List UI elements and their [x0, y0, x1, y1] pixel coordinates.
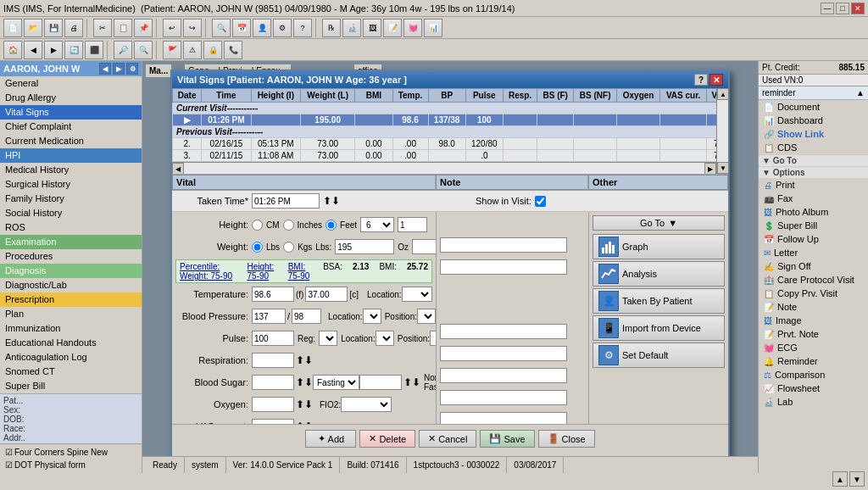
percentile-height[interactable]: Height: 75-90: [248, 262, 278, 281]
right-menu-photo-album[interactable]: 🖼 Photo Album: [759, 205, 868, 219]
table-scrollbar[interactable]: ▲ ▼: [716, 88, 728, 174]
right-menu-follow-up[interactable]: 📅 Follow Up: [759, 232, 868, 246]
save-button[interactable]: 💾 Save: [480, 430, 534, 448]
sidebar-item-drug-allergy[interactable]: Drug Allergy: [0, 91, 142, 105]
print-button[interactable]: 🖨: [64, 19, 83, 37]
temperature-input[interactable]: [252, 287, 294, 302]
pulse-reg-select[interactable]: [319, 331, 337, 346]
zoom-in-button[interactable]: 🔎: [114, 41, 132, 59]
weight-unit-kgs[interactable]: [283, 242, 294, 253]
note-bs-input[interactable]: [440, 412, 567, 424]
respiration-input[interactable]: [252, 353, 294, 368]
show-in-visit-checkbox[interactable]: [535, 196, 546, 207]
alert-button[interactable]: ⚠: [183, 41, 202, 59]
goto-main-button[interactable]: Go To ▼: [593, 215, 725, 231]
taken-time-input[interactable]: [252, 193, 320, 209]
nav-up-button[interactable]: ▲: [832, 471, 848, 473]
lock-button[interactable]: 🔒: [203, 41, 222, 59]
paste-button[interactable]: 📌: [134, 19, 153, 37]
ecg-button[interactable]: 💓: [403, 19, 422, 37]
blood-sugar-spinner-2[interactable]: ⬆⬇: [403, 376, 420, 388]
sidebar-item-general[interactable]: General: [0, 76, 142, 91]
height-feet-select[interactable]: 654: [360, 217, 394, 232]
current-visit-row[interactable]: ▶ 01:26 PM 195.00 98.6 137/38 100: [173, 114, 728, 126]
right-menu-reminder[interactable]: 🔔 Reminder: [759, 354, 868, 368]
right-menu-print[interactable]: 🖨 Print: [759, 178, 868, 192]
home-button[interactable]: 🏠: [3, 41, 22, 59]
right-menu-document[interactable]: 📄 Document: [759, 100, 868, 114]
graph-button[interactable]: Graph: [593, 234, 725, 259]
temp-location-select[interactable]: [402, 287, 432, 302]
blood-sugar-spinner[interactable]: ⬆⬇: [296, 376, 313, 388]
phone-button[interactable]: 📞: [224, 41, 242, 59]
rx-button[interactable]: ℞: [322, 19, 341, 37]
bp-location-select[interactable]: [363, 309, 381, 324]
close-modal-button[interactable]: 🚪 Close: [538, 430, 595, 448]
right-menu-lab[interactable]: 🔬 Lab: [759, 395, 868, 409]
refresh-button[interactable]: 🔄: [64, 41, 83, 59]
stop-button[interactable]: ⬛: [85, 41, 103, 59]
undo-button[interactable]: ↩: [163, 19, 181, 37]
blood-sugar-input[interactable]: [252, 375, 294, 390]
table-hscroll-right[interactable]: ▶: [704, 163, 716, 175]
back-button[interactable]: ◀: [24, 41, 42, 59]
maximize-button[interactable]: □: [836, 3, 849, 14]
add-button[interactable]: ✦ Add: [305, 430, 356, 448]
height-unit-inches[interactable]: [283, 220, 294, 231]
note-weight-input[interactable]: [440, 259, 567, 275]
sidebar-item-anticoagulation-log[interactable]: Anticoagulation Log: [0, 350, 142, 365]
note-resp-input[interactable]: [440, 390, 567, 405]
modal-close-button[interactable]: ✕: [709, 74, 723, 86]
right-menu-dashboard[interactable]: 📊 Dashboard: [759, 114, 868, 127]
bp-position-select[interactable]: [417, 309, 436, 324]
sidebar-item-educational-handouts[interactable]: Educational Handouts: [0, 336, 142, 350]
table-scroll-down[interactable]: ▼: [717, 162, 728, 174]
sidebar-item-examination[interactable]: Examination: [0, 235, 142, 249]
four-corners-checkbox[interactable]: ☑: [5, 448, 13, 457]
fio2-select[interactable]: [341, 397, 392, 412]
sidebar-item-snomed-ct[interactable]: Snomed CT: [0, 365, 142, 379]
reminder-expand-icon[interactable]: ▲: [856, 88, 865, 97]
patient-icon-2[interactable]: ▶: [113, 63, 125, 75]
right-menu-ecg[interactable]: 💓 ECG: [759, 341, 868, 354]
zoom-out-button[interactable]: 🔍: [134, 41, 153, 59]
sidebar-item-super-bill[interactable]: Super Bill: [0, 379, 142, 393]
right-menu-cds[interactable]: 📋 CDS: [759, 141, 868, 154]
search-button[interactable]: 🔍: [212, 19, 231, 37]
sidebar-item-vital-signs[interactable]: Vital Signs: [0, 105, 142, 120]
right-menu-comparison[interactable]: ⚖ Comparison: [759, 368, 868, 381]
right-menu-letter[interactable]: ✉ Letter: [759, 246, 868, 259]
prev-visit-row-2[interactable]: 3. 02/11/15 11:08 AM 73.00 0.00 .00 .0: [173, 150, 728, 162]
percentile-weight[interactable]: Percentile: Weight: 75-90: [180, 262, 237, 281]
sidebar-item-ros[interactable]: ROS: [0, 220, 142, 235]
note-pulse-input[interactable]: [440, 368, 567, 383]
prev-visit-row-1[interactable]: 2. 02/16/15 05:13 PM 73.00 0.00 .00 98.0…: [173, 138, 728, 150]
analysis-button[interactable]: Analysis: [593, 261, 725, 287]
pulse-position-select[interactable]: [430, 331, 436, 346]
respiration-spinner[interactable]: ⬆⬇: [296, 354, 313, 366]
patient-icon-3[interactable]: ⚙: [126, 63, 138, 75]
temperature-c-input[interactable]: [305, 287, 348, 302]
sidebar-item-current-medication[interactable]: Current Medication: [0, 134, 142, 148]
new-button[interactable]: 📄: [3, 19, 22, 37]
delete-button[interactable]: ✕ Delete: [359, 430, 415, 448]
chart-button[interactable]: 📊: [424, 19, 442, 37]
settings-button[interactable]: ⚙: [273, 19, 292, 37]
oxygen-input[interactable]: [252, 397, 294, 412]
pulse-input[interactable]: [252, 331, 294, 346]
right-menu-image[interactable]: 🖼 Image: [759, 314, 868, 327]
weight-oz-input[interactable]: [412, 239, 436, 254]
cancel-button[interactable]: ✕ Cancel: [419, 430, 476, 448]
taken-time-spinner[interactable]: ⬆⬇: [323, 195, 340, 207]
redo-button[interactable]: ↪: [183, 19, 202, 37]
sidebar-item-medical-history[interactable]: Medical History: [0, 163, 142, 177]
weight-unit-lbs[interactable]: [252, 242, 263, 253]
height-inches-input[interactable]: [398, 217, 427, 232]
sidebar-item-surgical-history[interactable]: Surgical History: [0, 177, 142, 192]
table-hscroll-left[interactable]: ◀: [172, 163, 184, 175]
cut-button[interactable]: ✂: [93, 19, 112, 37]
dot-physical-checkbox[interactable]: ☑: [5, 460, 13, 470]
height-unit-cm[interactable]: [252, 220, 263, 231]
sidebar-item-diagnostic-lab[interactable]: Diagnostic/Lab: [0, 278, 142, 292]
import-device-button[interactable]: 📱 Import from Device: [593, 315, 725, 341]
